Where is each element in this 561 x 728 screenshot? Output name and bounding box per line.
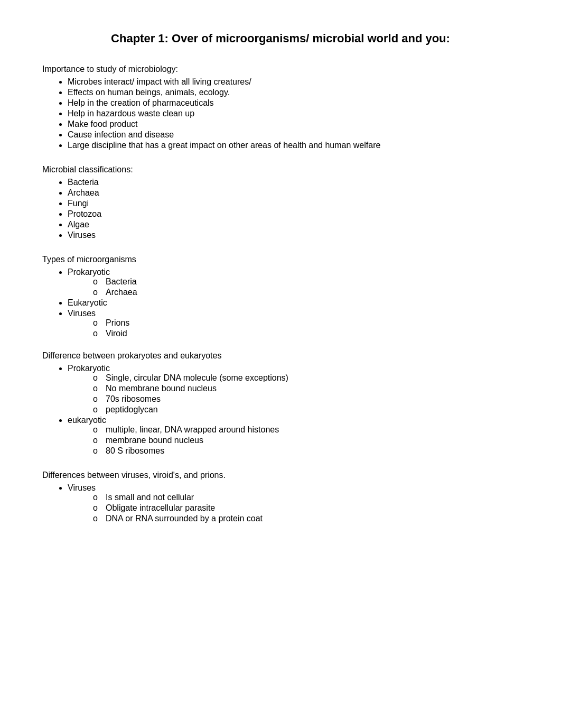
list-item: Viroid bbox=[93, 329, 519, 338]
list-item: Archaea bbox=[68, 188, 519, 198]
viruses-sublist: Prions Viroid bbox=[68, 318, 519, 338]
list-item: multiple, linear, DNA wrapped around his… bbox=[93, 425, 519, 435]
section-types: Types of microorganisms Prokaryotic Bact… bbox=[42, 255, 519, 338]
list-item: Bacteria bbox=[68, 178, 519, 187]
list-item: 70s ribosomes bbox=[93, 394, 519, 404]
section-header-importance: Importance to study of microbiology: bbox=[42, 64, 519, 74]
list-item: Bacteria bbox=[93, 277, 519, 287]
list-item: Fungi bbox=[68, 199, 519, 208]
list-item: peptidoglycan bbox=[93, 405, 519, 414]
list-item: Effects on human beings, animals, ecolog… bbox=[68, 88, 519, 97]
list-item: DNA or RNA surrounded by a protein coat bbox=[93, 514, 519, 523]
list-item: Single, circular DNA molecule (some exce… bbox=[93, 373, 519, 383]
classifications-list: Bacteria Archaea Fungi Protozoa Algae Vi… bbox=[42, 178, 519, 240]
list-item-viruses: Viruses Is small and not cellular Obliga… bbox=[68, 483, 519, 523]
section-header-types: Types of microorganisms bbox=[42, 255, 519, 264]
list-item: Viruses bbox=[68, 231, 519, 240]
list-item: membrane bound nucleus bbox=[93, 436, 519, 445]
section-importance: Importance to study of microbiology: Mic… bbox=[42, 64, 519, 150]
list-item: Help in hazardous waste clean up bbox=[68, 109, 519, 118]
section-header-virus-diff: Differences between viruses, viroid's, a… bbox=[42, 471, 519, 480]
types-list: Prokaryotic Bacteria Archaea Eukaryotic … bbox=[42, 268, 519, 338]
section-header-diff: Difference between prokaryotes and eukar… bbox=[42, 351, 519, 361]
eukaryotic-diff-sublist: multiple, linear, DNA wrapped around his… bbox=[68, 425, 519, 456]
list-item: Obligate intracellular parasite bbox=[93, 503, 519, 513]
list-item: Is small and not cellular bbox=[93, 493, 519, 502]
page-title: Chapter 1: Over of microorganisms/ micro… bbox=[42, 32, 519, 45]
list-item: Make food product bbox=[68, 119, 519, 129]
list-item: Microbes interact/ impact with all livin… bbox=[68, 77, 519, 87]
list-item-eukaryotic: eukaryotic multiple, linear, DNA wrapped… bbox=[68, 416, 519, 456]
list-item-eukaryotic: Eukaryotic bbox=[68, 298, 519, 308]
diff-list: Prokaryotic Single, circular DNA molecul… bbox=[42, 364, 519, 456]
virus-diff-list: Viruses Is small and not cellular Obliga… bbox=[42, 483, 519, 523]
list-item: Help in the creation of pharmaceuticals bbox=[68, 98, 519, 108]
list-item: Cause infection and disease bbox=[68, 130, 519, 140]
prokaryotic-sublist: Bacteria Archaea bbox=[68, 277, 519, 297]
list-item: Archaea bbox=[93, 288, 519, 297]
list-item-prokaryotic: Prokaryotic Single, circular DNA molecul… bbox=[68, 364, 519, 414]
list-item: No membrane bound nucleus bbox=[93, 384, 519, 393]
list-item: Algae bbox=[68, 220, 519, 229]
section-virus-diff: Differences between viruses, viroid's, a… bbox=[42, 471, 519, 523]
list-item: Large discipline that has a great impact… bbox=[68, 141, 519, 150]
section-header-classifications: Microbial classifications: bbox=[42, 165, 519, 174]
list-item: Protozoa bbox=[68, 209, 519, 219]
prokaryotic-diff-sublist: Single, circular DNA molecule (some exce… bbox=[68, 373, 519, 414]
viruses-diff-sublist: Is small and not cellular Obligate intra… bbox=[68, 493, 519, 523]
list-item-prokaryotic: Prokaryotic Bacteria Archaea bbox=[68, 268, 519, 297]
section-classifications: Microbial classifications: Bacteria Arch… bbox=[42, 165, 519, 240]
list-item: Prions bbox=[93, 318, 519, 328]
section-prokaryote-eukaryote-diff: Difference between prokaryotes and eukar… bbox=[42, 351, 519, 456]
importance-list: Microbes interact/ impact with all livin… bbox=[42, 77, 519, 150]
list-item-viruses: Viruses Prions Viroid bbox=[68, 309, 519, 338]
list-item: 80 S ribosomes bbox=[93, 446, 519, 456]
